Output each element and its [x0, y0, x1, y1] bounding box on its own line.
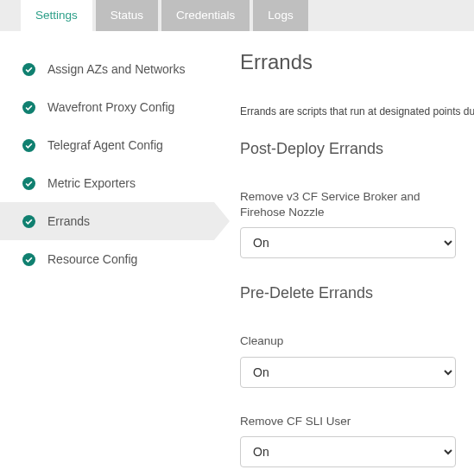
check-circle-icon [22, 139, 35, 152]
check-circle-icon [22, 215, 35, 228]
form-group-cleanup: Cleanup On [240, 333, 474, 387]
sidebar-item-errands[interactable]: Errands [0, 202, 214, 240]
sidebar-item-label: Errands [47, 214, 90, 228]
tab-logs[interactable]: Logs [253, 0, 307, 31]
sidebar-item-wavefront[interactable]: Wavefront Proxy Config [0, 88, 214, 126]
description-text: Errands are scripts that run at designat… [240, 105, 474, 117]
tab-credentials[interactable]: Credentials [161, 0, 250, 31]
sidebar-item-telegraf[interactable]: Telegraf Agent Config [0, 126, 214, 164]
form-group-remove-sli-user: Remove CF SLI User On [240, 414, 474, 467]
select-remove-sli-user[interactable]: On [240, 436, 456, 467]
form-group-remove-v3-broker: Remove v3 CF Service Broker and Firehose… [240, 189, 474, 258]
sidebar-item-label: Wavefront Proxy Config [47, 100, 174, 114]
field-label: Remove CF SLI User [240, 414, 456, 429]
sidebar-item-resource-config[interactable]: Resource Config [0, 240, 214, 278]
field-label: Remove v3 CF Service Broker and Firehose… [240, 189, 456, 220]
sidebar-item-label: Telegraf Agent Config [47, 138, 163, 152]
section-heading-post-deploy: Post-Deploy Errands [240, 140, 474, 158]
sidebar-item-metric-exporters[interactable]: Metric Exporters [0, 164, 214, 202]
sidebar-item-azs-networks[interactable]: Assign AZs and Networks [0, 50, 214, 88]
sidebar-item-label: Resource Config [47, 252, 137, 266]
check-circle-icon [22, 177, 35, 190]
page-title: Errands [240, 50, 474, 74]
tabs-bar: Settings Status Credentials Logs [0, 0, 474, 31]
sidebar-item-label: Metric Exporters [47, 176, 136, 190]
main-content: Errands Errands are scripts that run at … [214, 31, 474, 473]
field-label: Cleanup [240, 333, 456, 349]
sidebar: Assign AZs and Networks Wavefront Proxy … [0, 31, 214, 473]
layout: Assign AZs and Networks Wavefront Proxy … [0, 31, 474, 473]
sidebar-item-label: Assign AZs and Networks [47, 62, 186, 76]
tab-status[interactable]: Status [96, 0, 158, 31]
section-heading-pre-delete: Pre-Delete Errands [240, 284, 474, 302]
select-cleanup[interactable]: On [240, 357, 456, 388]
check-circle-icon [22, 101, 35, 114]
check-circle-icon [22, 253, 35, 266]
tab-settings[interactable]: Settings [21, 0, 92, 31]
select-remove-v3-broker[interactable]: On [240, 227, 456, 258]
check-circle-icon [22, 63, 35, 76]
